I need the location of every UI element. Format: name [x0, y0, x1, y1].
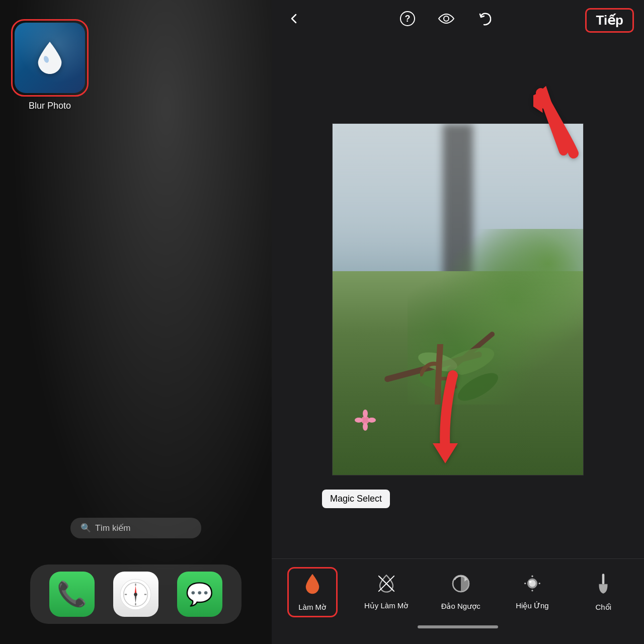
- undo-button[interactable]: [472, 9, 497, 32]
- eye-icon: [438, 13, 455, 25]
- messages-icon: 💬: [186, 581, 213, 607]
- svg-point-22: [368, 418, 376, 423]
- tool-lam-mo[interactable]: Làm Mờ: [287, 567, 338, 617]
- choi-label: Chổi: [596, 603, 612, 612]
- bottom-toolbar: Làm Mờ Hủy Làm Mờ: [272, 558, 644, 644]
- top-bar-right: Tiếp: [585, 8, 634, 33]
- help-button[interactable]: ?: [394, 9, 421, 32]
- hieu-ung-icon: [522, 574, 543, 597]
- arrow-down-icon: [418, 370, 488, 471]
- svg-point-37: [531, 576, 533, 577]
- svg-text:?: ?: [405, 14, 410, 24]
- search-bar[interactable]: 🔍 Tìm kiếm: [70, 518, 201, 538]
- svg-marker-26: [433, 443, 458, 463]
- help-icon: ?: [399, 11, 416, 27]
- tool-dao-nguoc[interactable]: Đảo Ngược: [435, 570, 487, 615]
- dock-safari[interactable]: [113, 572, 158, 617]
- left-content: Blur Photo 🔍 Tìm kiếm 📞: [0, 0, 272, 644]
- svg-point-21: [355, 418, 363, 423]
- flower-svg: [353, 408, 378, 433]
- top-bar-left: [282, 10, 306, 31]
- app-icon-border: [11, 19, 89, 97]
- svg-point-36: [529, 581, 531, 583]
- right-panel: ? Tiếp: [272, 0, 644, 644]
- safari-icon: [119, 578, 152, 611]
- svg-point-13: [444, 16, 449, 21]
- huy-lam-mo-label: Hủy Làm Mờ: [364, 601, 408, 610]
- svg-point-20: [363, 423, 368, 431]
- top-bar: ? Tiếp: [272, 0, 644, 40]
- svg-point-38: [531, 590, 533, 591]
- left-panel: Blur Photo 🔍 Tìm kiếm 📞: [0, 0, 272, 644]
- search-label: Tìm kiếm: [95, 523, 130, 533]
- phone-icon: 📞: [57, 580, 87, 608]
- back-icon: [287, 12, 301, 26]
- svg-point-10: [134, 593, 138, 596]
- toolbar-items: Làm Mờ Hủy Làm Mờ: [272, 559, 644, 622]
- preview-button[interactable]: [433, 10, 460, 30]
- magic-select-tooltip: Magic Select: [322, 490, 390, 508]
- search-icon: 🔍: [80, 523, 91, 533]
- top-bar-center: ?: [394, 9, 497, 32]
- svg-rect-41: [602, 574, 605, 584]
- app-label: Blur Photo: [29, 101, 71, 111]
- dock-messages[interactable]: 💬: [177, 572, 222, 617]
- tool-choi[interactable]: Chổi: [578, 569, 628, 616]
- svg-point-19: [363, 410, 368, 418]
- undo-icon: [477, 11, 492, 26]
- dao-nguoc-icon: [451, 574, 471, 598]
- lam-mo-label: Làm Mờ: [298, 603, 326, 612]
- app-icon-wrapper[interactable]: Blur Photo: [11, 19, 89, 111]
- svg-point-39: [524, 583, 526, 584]
- lam-mo-icon: [303, 573, 322, 599]
- arrow-top-right: [533, 80, 614, 163]
- tool-huy-lam-mo[interactable]: Hủy Làm Mờ: [358, 570, 414, 614]
- home-indicator: [418, 625, 498, 628]
- tool-hieu-ung[interactable]: Hiệu Ứng: [507, 570, 557, 614]
- svg-point-40: [539, 583, 540, 584]
- app-icon[interactable]: [15, 23, 85, 93]
- hieu-ung-label: Hiệu Ứng: [516, 601, 548, 610]
- photo-area: Magic Select: [272, 40, 644, 558]
- dock-phone[interactable]: 📞: [49, 572, 95, 617]
- arrow-up-right-icon: [533, 80, 614, 161]
- dock: 📞: [30, 565, 242, 624]
- huy-lam-mo-icon: [377, 574, 396, 597]
- next-button[interactable]: Tiếp: [585, 8, 634, 33]
- back-button[interactable]: [282, 10, 306, 31]
- search-bar-wrapper: 🔍 Tìm kiếm: [70, 518, 201, 538]
- drop-icon: [32, 40, 67, 75]
- dao-nguoc-label: Đảo Ngược: [441, 602, 480, 611]
- arrow-bottom-center: [418, 370, 488, 473]
- choi-icon: [594, 573, 613, 599]
